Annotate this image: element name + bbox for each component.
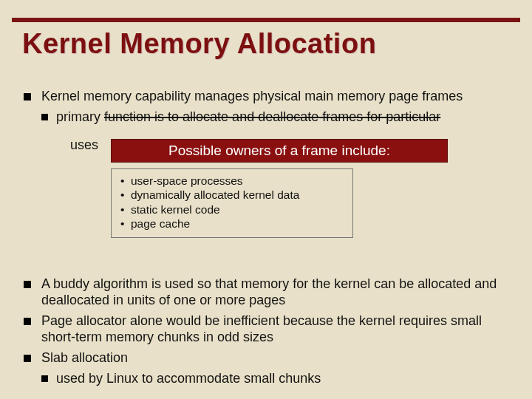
callout-owners-title: Possible owners of a frame include: — [111, 139, 448, 163]
bullet-slab-sub: used by Linux to accommodate small chunk… — [19, 371, 513, 387]
owner-item: dynamically allocated kernel data — [119, 188, 345, 202]
bullet-buddy-algorithm: A buddy algorithm is used so that memory… — [19, 276, 513, 309]
bullet-slab-allocation: Slab allocation — [19, 350, 513, 366]
owners-box: user-space processes dynamically allocat… — [111, 168, 353, 238]
bullet-kernel-memory: Kernel memory capability manages physica… — [19, 89, 513, 105]
bullet-page-allocator: Page allocator alone would be inefficien… — [19, 313, 513, 346]
owner-item: page cache — [119, 216, 345, 231]
bullet-primary-function: primary function is to allocate and deal… — [19, 109, 513, 126]
body-lower: A buddy algorithm is used so that memory… — [19, 276, 513, 387]
slide: Kernel Memory Allocation Kernel memory c… — [0, 0, 532, 399]
text-primary: primary — [56, 109, 104, 124]
slide-title: Kernel Memory Allocation — [22, 28, 517, 60]
owner-item: static kernel code — [119, 202, 345, 216]
horizontal-rule — [12, 18, 520, 22]
body-upper: Kernel memory capability manages physica… — [19, 89, 513, 126]
text-strikethrough: function is to allocate and deallocate f… — [104, 109, 440, 124]
text-uses: uses — [70, 137, 98, 153]
owner-item: user-space processes — [119, 174, 345, 188]
